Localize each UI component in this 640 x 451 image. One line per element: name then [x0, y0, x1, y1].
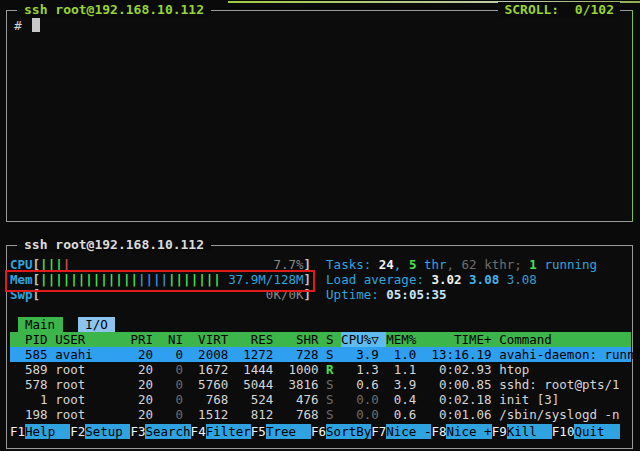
cpu-bars-red: |: [63, 257, 71, 272]
cell-virt: 1512: [191, 407, 229, 422]
col-cpu-label: CPU%: [341, 332, 371, 347]
cell-state: S: [326, 392, 334, 407]
top-terminal-pane[interactable]: ssh root@192.168.10.112 SCROLL: 0/102 #: [6, 10, 633, 222]
col-time[interactable]: TIME+: [424, 332, 492, 347]
cell-res: 1444: [236, 362, 274, 377]
col-pid[interactable]: PID: [10, 332, 48, 347]
swp-meter-value: 0K/0K: [266, 287, 304, 302]
scroll-indicator: SCROLL: 0/102: [498, 2, 620, 17]
bracket-close: ]: [304, 287, 312, 302]
cell-pri: 20: [130, 392, 153, 407]
process-row-selected[interactable]: 585 avahi20 0 2008 1272 728 S 3.9 1.0 13…: [10, 347, 631, 362]
cell-ni: 0: [161, 392, 184, 407]
cell-cpu: 0.6: [341, 377, 379, 392]
cell-time: 0:02.18: [424, 392, 492, 407]
terminal-screen: { "colors":{ "accent-green":"#97d435","c…: [0, 0, 640, 451]
cell-user: avahi: [55, 347, 130, 362]
bottom-terminal-pane[interactable]: ssh root@192.168.10.112 CPU[||||7.7%] Ta…: [6, 245, 633, 449]
bracket-close: ]: [304, 257, 312, 272]
col-ni[interactable]: NI: [161, 332, 184, 347]
running-label: running: [537, 257, 597, 272]
tasks-label: Tasks:: [326, 257, 379, 272]
cell-shr: 476: [281, 392, 319, 407]
process-row[interactable]: 589 root20 0 1672 1444 1000 R 1.3 1.1 0:…: [10, 362, 631, 377]
mem-meter-bar: ||||||||||||||||||||||||37.9M/128M: [40, 272, 303, 287]
fkey-f10: F10: [552, 424, 575, 439]
cell-cpu: 0.0: [341, 407, 379, 422]
cpu-meter-line: CPU[||||7.7%] Tasks: 24, 5 thr, 62 kthr;…: [10, 257, 631, 272]
bracket-open: [: [33, 287, 41, 302]
col-virt[interactable]: VIRT: [191, 332, 229, 347]
cell-virt: 768: [191, 392, 229, 407]
cell-command: /sbin/syslogd -n: [499, 407, 619, 422]
process-row[interactable]: 1 root20 0 768 524 476 S 0.0 0.4 0:02.18…: [10, 392, 631, 407]
col-user[interactable]: USER: [55, 332, 130, 347]
cell-virt: 2008: [191, 347, 229, 362]
cell-res: 524: [236, 392, 274, 407]
swp-meter-line: Swp[0K/0K] Uptime: 05:05:35: [10, 287, 631, 302]
cell-pid: 1: [10, 392, 48, 407]
fkey-tree-button[interactable]: Tree: [266, 424, 311, 439]
fkey-search-button[interactable]: Search: [145, 424, 190, 439]
fkey-sortby-button[interactable]: SortBy: [326, 424, 371, 439]
uptime-value: 05:05:35: [386, 287, 446, 302]
cell-shr: 3816: [281, 377, 319, 392]
load-5min: 3.08: [469, 272, 499, 287]
cell-res: 5044: [236, 377, 274, 392]
cell-mem: 3.9: [386, 377, 416, 392]
cell-time: 13:16.19: [424, 347, 492, 362]
fkey-nice-minus-button[interactable]: Nice -: [386, 424, 431, 439]
scroll-label: SCROLL:: [504, 2, 559, 17]
fkey-f2: F2: [70, 424, 85, 439]
cell-pri: 20: [130, 407, 153, 422]
col-pri[interactable]: PRI: [130, 332, 153, 347]
fkey-filter-button[interactable]: Filter: [206, 424, 251, 439]
shell-prompt[interactable]: #: [14, 18, 632, 33]
process-table-header[interactable]: PID USER PRI NI VIRT RES SHR S CPU%▽MEM%…: [10, 332, 631, 347]
col-command[interactable]: Command: [499, 332, 552, 347]
cell-state: S: [326, 407, 334, 422]
cell-shr: 728: [281, 347, 319, 362]
process-row[interactable]: 198 root20 0 1512 812 768 S 0.0 0.6 0:01…: [10, 407, 631, 422]
tab-io[interactable]: I/O: [78, 317, 116, 332]
mem-meter-label: Mem: [10, 272, 33, 287]
running-count: 1: [529, 257, 537, 272]
thr-label: thr: [416, 257, 446, 272]
col-state[interactable]: S: [326, 332, 334, 347]
cell-time: 0:00.85: [424, 377, 492, 392]
blank-line: [10, 302, 631, 317]
cell-virt: 5760: [191, 377, 229, 392]
process-row[interactable]: 578 root20 0 5760 5044 3816 S 0.6 3.9 0:…: [10, 377, 631, 392]
col-mem[interactable]: MEM%: [386, 332, 416, 347]
cell-mem: 0.4: [386, 392, 416, 407]
cell-pri: 20: [130, 362, 153, 377]
fkey-quit-button[interactable]: Quit: [574, 424, 619, 439]
cell-res: 1272: [236, 347, 274, 362]
cell-user: root: [55, 377, 130, 392]
cell-pri: 20: [130, 347, 153, 362]
fkey-setup-button[interactable]: Setup: [85, 424, 130, 439]
cell-pid: 198: [10, 407, 48, 422]
cell-virt: 1672: [191, 362, 229, 377]
uptime-label: Uptime:: [326, 287, 386, 302]
col-res[interactable]: RES: [236, 332, 274, 347]
kthr-text: , 62 kthr;: [447, 257, 530, 272]
col-cpu-sorted[interactable]: CPU%▽: [341, 332, 386, 347]
cpu-bars-green: |||: [40, 257, 63, 272]
sort-arrow-icon: ▽: [371, 332, 379, 347]
cell-mem: 1.0: [386, 347, 416, 362]
col-shr[interactable]: SHR: [281, 332, 319, 347]
tab-main[interactable]: Main: [18, 317, 63, 332]
mem-meter-line: Mem[||||||||||||||||||||||||37.9M/128M] …: [10, 272, 631, 287]
cpu-meter-value: 7.7%: [273, 257, 303, 272]
fkey-kill-button[interactable]: Kill: [507, 424, 552, 439]
fkey-f9: F9: [492, 424, 507, 439]
cpu-meter-bar: ||||7.7%: [40, 257, 303, 272]
fkey-help-button[interactable]: Help: [25, 424, 70, 439]
swp-meter-label: Swp: [10, 287, 33, 302]
fkey-nice-plus-button[interactable]: Nice +: [446, 424, 491, 439]
fkey-f6: F6: [311, 424, 326, 439]
load-label: Load average:: [326, 272, 431, 287]
cell-pid: 585: [10, 347, 48, 362]
cell-res: 812: [236, 407, 274, 422]
